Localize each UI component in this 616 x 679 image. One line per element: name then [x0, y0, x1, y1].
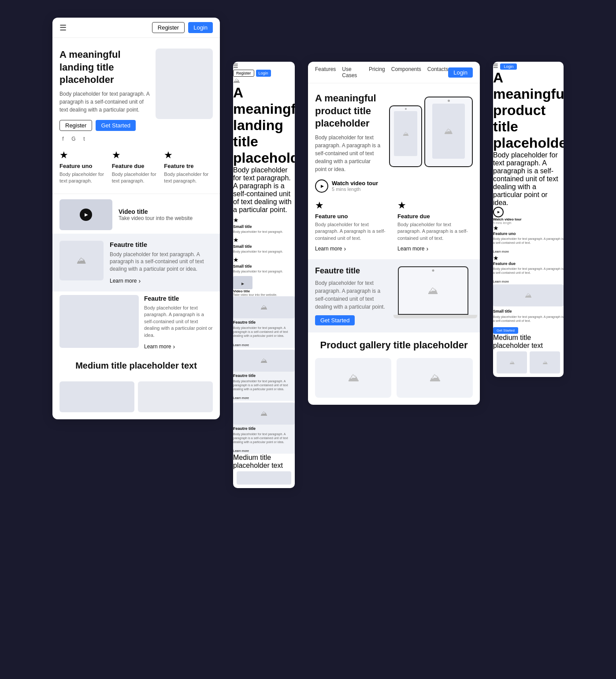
small-body-3: Body placeholder for text paragraph.: [233, 269, 295, 273]
login-button-2[interactable]: Login: [256, 70, 271, 77]
twitter-icon[interactable]: t: [81, 135, 88, 142]
hero-title-2: A meaningful landing title placeholder: [233, 85, 295, 166]
gallery-card-2: ⛰: [397, 358, 473, 398]
login-button-3[interactable]: Login: [448, 67, 473, 78]
laptop-camera: [432, 269, 434, 272]
feature-banner-3: Feautre title Body placeholder for text …: [308, 259, 480, 332]
play-circle-3[interactable]: [315, 179, 328, 193]
laptop-icon: ⛰: [428, 284, 438, 297]
phone-mock: ⛰: [389, 105, 422, 167]
star4-1: ★: [493, 224, 564, 231]
video-info-2: Video title Take video tour into the web…: [233, 289, 295, 296]
nav-contacts[interactable]: Contacts: [427, 66, 448, 78]
feature3-item-1: ★ Feature uno Body placeholder for text …: [315, 200, 390, 252]
device-4: ☰ Login A meaningful product title place…: [493, 62, 564, 377]
google-icon[interactable]: G: [70, 135, 77, 142]
hero-get-started-button[interactable]: Get Started: [96, 120, 135, 131]
small-section-icon: ⛰: [525, 291, 532, 299]
hamburger-icon[interactable]: ☰: [59, 23, 67, 33]
register-button-2[interactable]: Register: [233, 70, 254, 77]
nav-pricing[interactable]: Pricing: [369, 66, 385, 78]
learn-more-1[interactable]: Learn more: [110, 277, 141, 284]
hero3-title: A meaningful product title placeholder: [315, 92, 382, 130]
small-section-body: Body placeholder for text paragraph. A p…: [493, 315, 564, 323]
small-title-1: Small title: [233, 224, 295, 229]
medium-title-4: Medium title placeholder text: [493, 334, 564, 350]
feature3-title-1: Feature uno: [315, 213, 390, 220]
video-thumb-2[interactable]: [233, 276, 252, 289]
feat-body-2b: Body placeholder for text paragraph. A p…: [233, 379, 295, 391]
watch-row: Watch video tour 5 mins length: [315, 179, 382, 193]
nav-components[interactable]: Components: [391, 66, 421, 78]
get-started-4[interactable]: Get Started: [493, 327, 518, 334]
get-started-3[interactable]: Get Started: [315, 315, 355, 325]
learn-more-2[interactable]: Learn more: [144, 343, 175, 350]
star3-1: ★: [315, 200, 390, 211]
gallery-thumb-4a: ⛰: [497, 351, 527, 373]
device4-hero: A meaningful product title placeholder B…: [493, 70, 564, 224]
hero4-body: Body placeholder for text paragraph. A p…: [493, 151, 564, 207]
facebook-icon[interactable]: f: [59, 135, 67, 142]
hero-title: A meaningful landing title placeholder: [59, 48, 150, 86]
feat-banner-title: Feautre title: [315, 266, 387, 276]
watch-info: Watch video tour 5 mins length: [332, 180, 378, 192]
play-button[interactable]: [80, 209, 92, 221]
learn-more-3b[interactable]: Learn more: [397, 245, 428, 252]
tablet-camera: [448, 100, 450, 102]
hero-register-button[interactable]: Register: [59, 120, 92, 131]
gallery-thumb-icon-4b: ⛰: [542, 359, 548, 366]
learn-more-2b[interactable]: Learn more: [233, 396, 249, 399]
learn-more-2c[interactable]: Learn more: [233, 449, 249, 452]
tablet-screen: ⛰: [432, 104, 465, 159]
star-icon-s3: ★: [233, 256, 295, 263]
small-title-2: Small title: [233, 244, 295, 249]
hero-body: Body placeholder for text paragraph. A p…: [59, 90, 150, 114]
nav-features[interactable]: Features: [315, 66, 336, 78]
learn-more-3a[interactable]: Learn more: [315, 245, 346, 252]
play-circle-4[interactable]: [493, 207, 504, 217]
medium-title-2: Medium title placeholder text: [233, 454, 295, 470]
device-2: ☰ Register Login A meaningful landing ti…: [233, 62, 295, 488]
small-title-3: Small title: [233, 264, 295, 269]
feature-item-2: ★ Feature due Body placeholder for text …: [112, 149, 161, 185]
feat-title-2b: Feautre title: [233, 373, 295, 378]
login-button-4[interactable]: Login: [500, 63, 517, 70]
nav-usecases[interactable]: Use Cases: [342, 66, 363, 78]
laptop-mockup: ⛰: [393, 266, 473, 325]
nav-buttons-2: Register Login: [233, 70, 295, 77]
hero-buttons: Register Get Started: [59, 120, 150, 131]
feature-card-title-2: Feautre title: [144, 295, 213, 302]
hero-image-2: [233, 77, 295, 85]
star4-2: ★: [493, 254, 564, 261]
two-col-image: [59, 295, 139, 348]
feature-card-1: Feautre title Body placeholder for text …: [52, 237, 220, 288]
feat-img-2a: [233, 296, 295, 318]
feature-title-3: Feature tre: [164, 163, 213, 169]
feature-card-body-1: Body placeholder for text paragraph. A p…: [110, 251, 213, 273]
small-section-img: ⛰: [493, 284, 564, 306]
video-thumbnail[interactable]: [59, 199, 112, 230]
learn-more-4b[interactable]: Learn more: [493, 280, 509, 283]
person-icon-2c: [260, 410, 267, 418]
play-icon-2[interactable]: [241, 279, 244, 287]
device2-nav: ☰ Register Login: [233, 62, 295, 77]
register-button[interactable]: Register: [152, 22, 185, 33]
feat4-item-1: ★ Feature uno Body placeholder for text …: [493, 224, 564, 254]
feat4-text-2: Feature due Body placeholder for text pa…: [493, 261, 564, 284]
learn-more-4a[interactable]: Learn more: [493, 250, 509, 253]
feat-body-2c: Body placeholder for text paragraph. A p…: [233, 432, 295, 444]
hero-body-2: Body placeholder for text paragraph. A p…: [233, 166, 295, 214]
feat-banner-body: Body placeholder for text paragraph. A p…: [315, 279, 387, 311]
hamburger-icon-2[interactable]: ☰: [233, 63, 238, 69]
phone-camera: [405, 108, 407, 110]
thumbnail-2: [138, 381, 213, 412]
star-icon-2: ★: [112, 149, 161, 161]
video-row-2: Video title Take video tour into the web…: [233, 276, 295, 296]
feature-card-image-1: [59, 241, 104, 280]
login-button[interactable]: Login: [188, 22, 213, 33]
gallery-thumb-icon-4a: ⛰: [509, 359, 515, 366]
learn-more-2a[interactable]: Learn more: [233, 343, 249, 347]
feat-cards-section-2b: Feautre title Body placeholder for text …: [233, 350, 295, 401]
hamburger-icon-4[interactable]: ☰: [493, 63, 498, 69]
features3-grid: ★ Feature uno Body placeholder for text …: [308, 193, 480, 259]
